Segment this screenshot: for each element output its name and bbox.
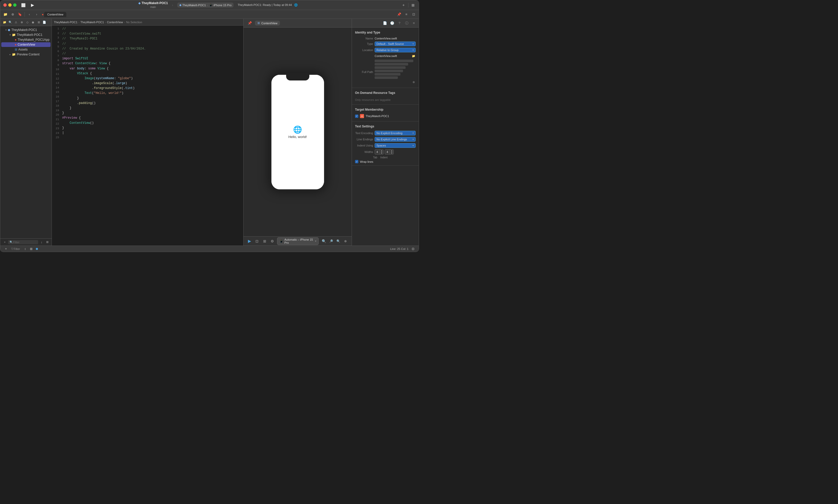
status-expand-icon[interactable]: ↕ bbox=[22, 246, 28, 251]
wrap-lines-checkbox[interactable]: ✓ bbox=[355, 160, 358, 163]
fullpath-wrapper: ⊕ bbox=[375, 59, 416, 84]
indent-width-down[interactable]: ▼ bbox=[390, 152, 393, 154]
phone-screen: 🌐 Hello, world! bbox=[271, 75, 324, 189]
sidebar-label-app: TheyMakeIt_POC1App bbox=[18, 38, 49, 41]
indent-width-up[interactable]: ▲ bbox=[390, 149, 393, 152]
sidebar-merge-icon[interactable]: ⊕ bbox=[19, 20, 24, 25]
nav-forward-icon[interactable]: › bbox=[34, 11, 40, 18]
zoom-in-icon[interactable]: 🔍 bbox=[335, 238, 341, 244]
sidebar-item-assets[interactable]: ⊞ Assets bbox=[1, 47, 51, 52]
zoom-fit-icon[interactable]: 🔍 bbox=[321, 238, 327, 244]
sidebar-folder-icon[interactable]: 📁 bbox=[2, 20, 7, 25]
status-add-icon[interactable]: ＋ bbox=[3, 246, 8, 251]
scheme-selector[interactable]: ◆ TheyMakeIt-POC1 › 📱 iPhone 15 Pro bbox=[177, 3, 233, 7]
code-line-8: import SwiftUI bbox=[61, 56, 239, 61]
maximize-button[interactable] bbox=[13, 3, 17, 7]
fullpath-copy-icon[interactable]: ⊕ bbox=[411, 80, 416, 84]
play-preview-icon[interactable]: ▶ bbox=[247, 238, 252, 244]
show-lines-icon[interactable]: ≡ bbox=[403, 11, 409, 18]
fullpath-blurred-5 bbox=[375, 73, 400, 76]
status-text: TheyMakeIt-POC1: Ready | Today at 09:44 … bbox=[238, 3, 298, 7]
sidebar: 📁 🔍 ⚠ ⊕ ◇ ◉ ⊞ 📄 ▾ ◆ TheyMakeIt-POC1 bbox=[0, 19, 52, 246]
preview-tab[interactable]: ⊞ ContentView bbox=[255, 21, 280, 25]
breadcrumb-item-1[interactable]: TheyMakeIt-POC1 bbox=[54, 21, 77, 24]
target-checkbox[interactable]: ✓ bbox=[355, 114, 358, 118]
grid-icon[interactable]: ⊞ bbox=[262, 238, 268, 244]
location-file-row: ContentView.swift 📁 bbox=[355, 54, 416, 58]
pin-preview-icon[interactable]: 📌 bbox=[247, 20, 253, 26]
status-panel-icon[interactable]: ⊡ bbox=[410, 246, 416, 251]
fullpath-blurred-4 bbox=[375, 70, 403, 72]
sidebar-item-contentview[interactable]: ● ContentView bbox=[1, 42, 51, 47]
pin-icon[interactable]: 📌 bbox=[396, 11, 402, 18]
close-button[interactable] bbox=[3, 3, 7, 7]
sidebar-git-icon[interactable]: ◇ bbox=[25, 20, 30, 25]
breadcrumb-item-3[interactable]: ContentView bbox=[107, 21, 123, 24]
identity-type-title: Identity and Type bbox=[355, 31, 416, 34]
sort-icon[interactable]: ↕ bbox=[39, 240, 44, 245]
play-button[interactable]: ▶ bbox=[30, 3, 35, 8]
inspector-tab-file[interactable]: 📄 bbox=[382, 20, 388, 26]
code-line-19: } bbox=[61, 106, 239, 111]
settings-icon[interactable]: ⚙ bbox=[270, 238, 275, 244]
nav-back-icon[interactable]: ‹ bbox=[26, 11, 33, 18]
inspector-tab-more[interactable]: ≡ bbox=[411, 20, 417, 26]
tab-width-down[interactable]: ▼ bbox=[380, 152, 384, 154]
inspector-tab-info[interactable]: ⓘ bbox=[404, 20, 409, 26]
inspect-icon[interactable]: ⊡ bbox=[254, 238, 260, 244]
line-endings-select[interactable]: No Explicit Line Endings ▾ bbox=[375, 137, 416, 142]
type-select[interactable]: Default - Swift Source ▾ bbox=[375, 41, 416, 46]
sidebar-doc-icon[interactable]: 📄 bbox=[42, 20, 47, 25]
sidebar-item-preview[interactable]: ▸ 📁 Preview Content bbox=[1, 52, 51, 57]
sidebar-filter-icon[interactable]: ◉ bbox=[31, 20, 35, 25]
sidebar-item-app[interactable]: ● TheyMakeIt_POC1App bbox=[1, 37, 51, 42]
xcode-window: ⬜ ▶ ◆ TheyMakeIt-POC1 main › ◆ TheyMakeI… bbox=[0, 0, 419, 252]
location-file-browse[interactable]: 📁 bbox=[411, 54, 416, 58]
status-filter-icon: ▽ bbox=[11, 247, 13, 250]
type-row: Type Default - Swift Source ▾ bbox=[355, 41, 416, 46]
breadcrumb-item-2[interactable]: TheyMakeIt-POC1 bbox=[81, 21, 104, 24]
active-tab[interactable]: ContentView bbox=[44, 12, 66, 17]
zoom-out-icon[interactable]: 🔎 bbox=[328, 238, 334, 244]
panel-toggle-icon[interactable]: ⊞ bbox=[410, 3, 416, 8]
filter-input-wrapper: 🔍 Filter bbox=[8, 240, 38, 244]
code-editor[interactable]: 1 2 3 4 5 6 7 8 9 10 11 12 13 14 bbox=[52, 25, 243, 246]
bookmark-icon[interactable]: 🔖 bbox=[17, 11, 23, 18]
sidebar-search-icon[interactable]: 🔍 bbox=[8, 20, 13, 25]
sidebar-toggle-icon[interactable]: ⬜ bbox=[21, 3, 26, 8]
add-file-icon[interactable]: ＋ bbox=[2, 240, 7, 245]
sidebar-item-group[interactable]: ▾ 📁 TheyMakeIt-POC1 bbox=[1, 33, 51, 37]
zoom-actual-icon[interactable]: ⊕ bbox=[342, 238, 349, 244]
editor-panel: TheyMakeIt-POC1 › TheyMakeIt-POC1 › Cont… bbox=[52, 19, 243, 246]
sidebar-item-project[interactable]: ▾ ◆ TheyMakeIt-POC1 bbox=[1, 28, 51, 32]
location-row: Location Relative to Group ▾ bbox=[355, 48, 416, 52]
inspector-tab-history[interactable]: 🕐 bbox=[389, 20, 395, 26]
indent-using-select[interactable]: Spaces ▾ bbox=[375, 143, 416, 148]
inspector-tab-help[interactable]: ? bbox=[396, 20, 402, 26]
tab-width-up[interactable]: ▲ bbox=[380, 149, 384, 152]
tab-width-stepper[interactable]: 4 ▲ ▼ bbox=[375, 149, 384, 155]
breadcrumb-item-4[interactable]: No Selection bbox=[126, 21, 142, 24]
diff-icon[interactable]: ⊕ bbox=[10, 11, 16, 18]
status-indicator bbox=[36, 248, 38, 250]
sidebar-grid-icon[interactable]: ⊞ bbox=[36, 20, 41, 25]
code-line-15: .foregroundStyle(.tint) bbox=[61, 86, 239, 91]
minimize-button[interactable] bbox=[8, 3, 12, 7]
code-line-22: #Preview { bbox=[61, 115, 239, 121]
add-icon[interactable]: ＋ bbox=[401, 3, 406, 8]
split-view-icon[interactable]: ⊡ bbox=[410, 11, 417, 18]
device-selector[interactable]: 📱 Automatic – iPhone 15 Pro ▾ bbox=[277, 237, 319, 245]
text-encoding-select[interactable]: No Explicit Encoding ▾ bbox=[375, 131, 416, 136]
filter-icon: 🔍 bbox=[10, 241, 13, 244]
type-label: Type bbox=[355, 42, 373, 46]
indent-width-stepper[interactable]: 4 ▲ ▼ bbox=[385, 149, 394, 155]
location-label: Location bbox=[355, 49, 373, 52]
status-filter-wrapper[interactable]: ▽ Filter bbox=[10, 247, 21, 251]
sidebar-warning-icon[interactable]: ⚠ bbox=[14, 20, 18, 25]
folder-icon[interactable]: 📁 bbox=[2, 11, 8, 18]
expand-icon[interactable]: ⊞ bbox=[45, 240, 50, 245]
location-select[interactable]: Relative to Group ▾ bbox=[375, 48, 416, 52]
on-demand-section: On Demand Resource Tags Only resources a… bbox=[352, 88, 419, 105]
hello-world-text: Hello, world! bbox=[288, 135, 307, 139]
status-grid-icon[interactable]: ⊞ bbox=[29, 246, 34, 251]
